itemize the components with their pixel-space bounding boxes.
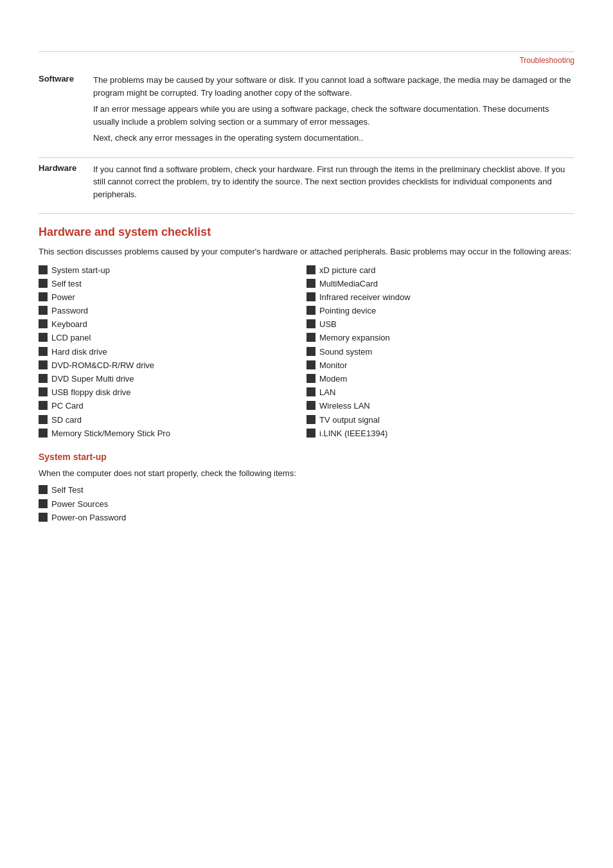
item-text: Memory expansion — [319, 332, 390, 344]
bullet-icon — [39, 306, 48, 315]
list-item: Power — [39, 292, 306, 303]
list-item: DVD Super Multi drive — [39, 373, 306, 385]
list-item: Memory expansion — [306, 332, 574, 344]
item-text: Memory Stick/Memory Stick Pro — [51, 428, 170, 439]
item-text: Hard disk drive — [51, 346, 107, 358]
bullet-icon — [39, 415, 48, 424]
bullet-icon — [306, 387, 315, 396]
list-item: Password — [39, 305, 306, 317]
item-text: Wireless LAN — [319, 400, 370, 412]
list-item: DVD-ROM&CD-R/RW drive — [39, 360, 306, 371]
item-text: Pointing device — [319, 305, 376, 317]
item-text: USB — [319, 319, 337, 330]
bullet-icon — [306, 429, 315, 438]
list-item: Monitor — [306, 360, 574, 371]
bullet-icon — [39, 387, 48, 396]
bullet-icon — [39, 265, 48, 274]
bullet-icon — [39, 292, 48, 301]
list-item: USB — [306, 319, 574, 330]
bullet-icon — [39, 499, 48, 508]
bullet-icon — [306, 360, 315, 369]
hardware-checklist-title: Hardware and system checklist — [39, 226, 574, 239]
list-item: MultiMediaCard — [306, 278, 574, 290]
bullet-icon — [306, 306, 315, 315]
list-item: USB floppy disk drive — [39, 387, 306, 398]
bullet-icon — [39, 374, 48, 383]
list-item: xD picture card — [306, 265, 574, 276]
bullet-icon — [306, 347, 315, 356]
item-text: LCD panel — [51, 332, 91, 344]
item-text: System start-up — [51, 265, 110, 276]
list-item: SD card — [39, 414, 306, 426]
item-text: Keyboard — [51, 319, 87, 330]
list-item: Pointing device — [306, 305, 574, 317]
bullet-icon — [306, 401, 315, 410]
hardware-body: If you cannot find a software problem, c… — [93, 163, 574, 205]
item-text: Power-on Password — [51, 512, 126, 524]
software-row: Software The problems may be caused by y… — [39, 74, 574, 148]
list-item: Power-on Password — [39, 512, 574, 524]
item-text: Sound system — [319, 346, 372, 358]
item-text: Self Test — [51, 484, 84, 496]
list-item: Infrared receiver window — [306, 292, 574, 303]
bullet-icon — [39, 401, 48, 410]
list-item: Hard disk drive — [39, 346, 306, 358]
software-para-3: Next, check any error messages in the op… — [93, 132, 574, 145]
bullet-icon — [39, 279, 48, 288]
right-col: xD picture card MultiMediaCard Infrared … — [306, 265, 574, 441]
bullet-icon — [306, 265, 315, 274]
hardware-term: Hardware — [39, 163, 93, 173]
item-text: MultiMediaCard — [319, 278, 378, 290]
bullet-icon — [306, 292, 315, 301]
list-item: LCD panel — [39, 332, 306, 344]
list-item: Sound system — [306, 346, 574, 358]
left-col: System start-up Self test Power Password… — [39, 265, 306, 441]
item-text: Monitor — [319, 360, 347, 371]
content-area: Software The problems may be caused by y… — [0, 74, 613, 524]
list-item: TV output signal — [306, 414, 574, 426]
bullet-icon — [306, 374, 315, 383]
system-startup-list: Self Test Power Sources Power-on Passwor… — [39, 484, 574, 524]
list-item: PC Card — [39, 400, 306, 412]
item-text: xD picture card — [319, 265, 375, 276]
software-term: Software — [39, 74, 93, 84]
section-header: Troubleshooting — [0, 52, 613, 71]
item-text: DVD-ROM&CD-R/RW drive — [51, 360, 154, 371]
system-startup-title: System start-up — [39, 452, 574, 462]
list-item: i.LINK (IEEE1394) — [306, 428, 574, 439]
bullet-icon — [306, 279, 315, 288]
list-item: Modem — [306, 373, 574, 385]
list-item: Keyboard — [39, 319, 306, 330]
page: Troubleshooting Software The problems ma… — [0, 51, 613, 868]
bullet-icon — [39, 485, 48, 494]
software-para-2: If an error message appears while you ar… — [93, 103, 574, 128]
bottom-rule — [39, 213, 574, 214]
item-text: DVD Super Multi drive — [51, 373, 134, 385]
list-item: Self Test — [39, 484, 574, 496]
item-text: Modem — [319, 373, 347, 385]
bullet-icon — [306, 319, 315, 328]
bullet-icon — [39, 347, 48, 356]
item-text: Power — [51, 292, 75, 303]
item-text: Password — [51, 305, 88, 317]
list-item: Memory Stick/Memory Stick Pro — [39, 428, 306, 439]
mid-rule — [39, 157, 574, 158]
bullet-icon — [39, 429, 48, 438]
item-text: LAN — [319, 387, 335, 398]
system-startup-intro: When the computer does not start properl… — [39, 467, 574, 480]
bullet-icon — [39, 360, 48, 369]
item-text: Power Sources — [51, 499, 108, 510]
item-text: Infrared receiver window — [319, 292, 411, 303]
item-text: Self test — [51, 278, 82, 290]
bullet-icon — [39, 333, 48, 342]
item-text: i.LINK (IEEE1394) — [319, 428, 387, 439]
checklist-two-col: System start-up Self test Power Password… — [39, 265, 574, 441]
hardware-row: Hardware If you cannot find a software p… — [39, 163, 574, 205]
item-text: PC Card — [51, 400, 84, 412]
list-item: System start-up — [39, 265, 306, 276]
bullet-icon — [39, 319, 48, 328]
list-item: LAN — [306, 387, 574, 398]
troubleshooting-table: Software The problems may be caused by y… — [39, 74, 574, 214]
bullet-icon — [306, 333, 315, 342]
list-item: Wireless LAN — [306, 400, 574, 412]
